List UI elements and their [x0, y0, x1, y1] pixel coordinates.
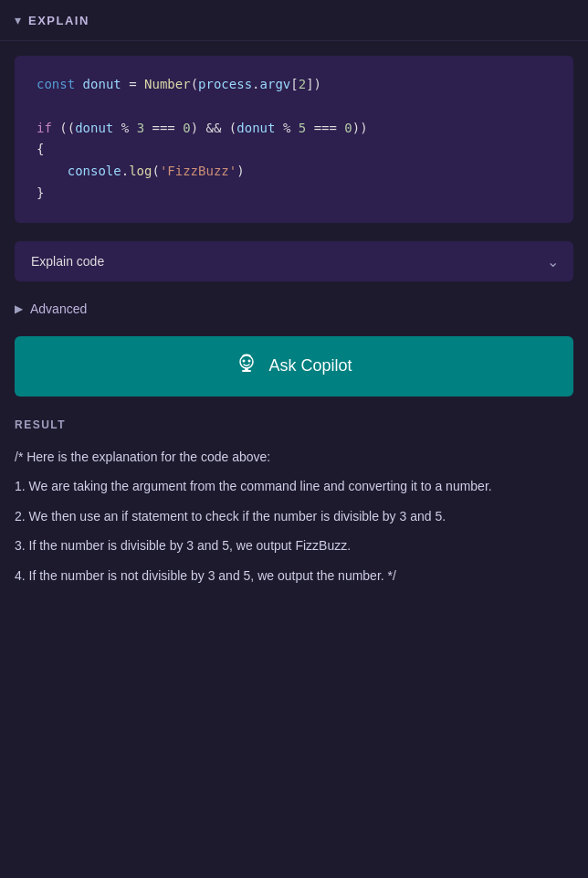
advanced-arrow-icon: ▶	[15, 302, 23, 315]
ask-copilot-label: Ask Copilot	[268, 356, 352, 376]
result-section: RESULT /* Here is the explanation for th…	[15, 418, 573, 609]
main-content: const donut = Number(process.argv[2]) if…	[0, 41, 588, 623]
result-line-2: 1. We are taking the argument from the c…	[15, 475, 573, 498]
panel-header: ▾ EXPLAIN	[0, 0, 588, 41]
result-content: /* Here is the explanation for the code …	[15, 446, 573, 587]
explain-dropdown-container: Explain code Fix code Generate tests ⌄	[15, 241, 573, 281]
result-line-3: 2. We then use an if statement to check …	[15, 505, 573, 528]
collapse-chevron-icon[interactable]: ▾	[15, 13, 21, 27]
ask-copilot-button[interactable]: Ask Copilot	[15, 336, 573, 397]
advanced-toggle[interactable]: ▶ Advanced	[15, 296, 573, 322]
explain-type-select[interactable]: Explain code Fix code Generate tests	[15, 241, 573, 281]
code-display: const donut = Number(process.argv[2]) if…	[15, 56, 573, 223]
panel-title: EXPLAIN	[28, 14, 89, 27]
result-label: RESULT	[15, 418, 573, 431]
svg-rect-4	[242, 370, 251, 372]
result-line-4: 3. If the number is divisible by 3 and 5…	[15, 534, 573, 557]
result-line-5: 4. If the number is not divisible by 3 a…	[15, 565, 573, 587]
copilot-icon	[236, 353, 257, 380]
svg-point-1	[243, 359, 246, 362]
advanced-label: Advanced	[30, 301, 87, 316]
result-line-1: /* Here is the explanation for the code …	[15, 446, 573, 469]
svg-point-2	[248, 359, 251, 362]
explain-panel: ▾ EXPLAIN const donut = Number(process.a…	[0, 0, 588, 623]
dropdown-wrapper: Explain code Fix code Generate tests ⌄	[15, 241, 573, 281]
